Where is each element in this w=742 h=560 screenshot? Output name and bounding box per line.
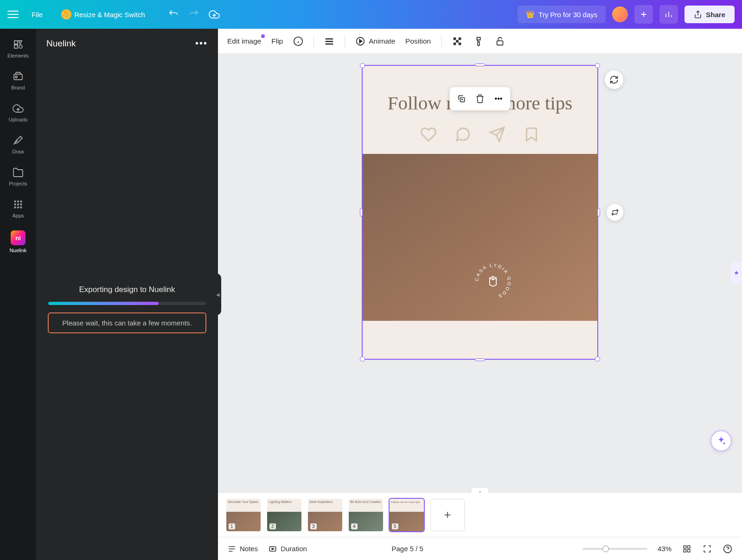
ai-assistant-button[interactable] xyxy=(710,430,732,452)
svg-rect-4 xyxy=(20,201,22,203)
svg-rect-21 xyxy=(497,41,503,45)
duplicate-button[interactable] xyxy=(453,90,470,107)
transparency-button[interactable] xyxy=(452,36,463,47)
nav-uploads[interactable]: Uploads xyxy=(0,96,36,128)
resize-handle[interactable] xyxy=(475,358,485,361)
edit-image-button[interactable]: Edit image xyxy=(227,37,261,45)
bookmark-icon[interactable] xyxy=(523,126,540,143)
nuelink-icon: nl xyxy=(11,230,26,245)
info-button[interactable] xyxy=(293,36,303,46)
svg-rect-16 xyxy=(454,37,456,40)
svg-rect-10 xyxy=(20,207,22,209)
position-button[interactable]: Position xyxy=(405,37,431,45)
expand-panel-tab[interactable] xyxy=(731,262,742,284)
regenerate-button[interactable] xyxy=(605,70,623,89)
svg-rect-13 xyxy=(326,41,333,42)
redo-button[interactable] xyxy=(188,8,200,20)
canvas-viewport[interactable]: ••• Follow me for more tips CASA LYDIA G… xyxy=(218,54,742,492)
duration-button[interactable]: Duration xyxy=(268,544,307,554)
list-style-button[interactable] xyxy=(324,36,334,46)
social-icons-row xyxy=(363,121,597,154)
page-thumbnail-4[interactable]: Be Bold and Creative4 xyxy=(349,499,383,531)
canvas-area: Edit image Flip Animate Position xyxy=(218,29,742,560)
add-page-button[interactable]: + xyxy=(430,499,465,531)
nav-projects[interactable]: Projects xyxy=(0,160,36,192)
resize-handle[interactable] xyxy=(475,64,485,66)
page-indicator[interactable]: Page 5 / 5 xyxy=(391,545,423,553)
circular-brand-logo[interactable]: CASA LYDIA GOODS xyxy=(472,261,514,302)
animate-button[interactable]: Animate xyxy=(355,36,395,46)
svg-rect-28 xyxy=(688,549,690,552)
more-options-button[interactable]: ••• xyxy=(490,90,507,107)
nav-nuelink[interactable]: nlNuelink xyxy=(0,224,36,259)
add-button[interactable] xyxy=(634,5,653,24)
svg-rect-5 xyxy=(14,204,16,205)
zoom-percentage[interactable]: 43% xyxy=(658,545,672,553)
fullscreen-button[interactable] xyxy=(702,544,712,554)
svg-rect-26 xyxy=(688,546,690,548)
svg-rect-3 xyxy=(17,201,19,203)
resize-magic-switch[interactable]: 👑 Resize & Magic Switch xyxy=(56,6,151,23)
grid-view-button[interactable] xyxy=(682,544,692,554)
svg-rect-25 xyxy=(684,546,686,548)
svg-rect-6 xyxy=(17,204,19,205)
top-bar: File 👑 Resize & Magic Switch 👑Try Pro fo… xyxy=(0,0,742,29)
export-wait-message: Please wait, this can take a few moments… xyxy=(48,312,206,333)
resize-handle[interactable] xyxy=(360,63,365,68)
export-progress-bar xyxy=(48,302,206,305)
insights-button[interactable] xyxy=(659,5,678,24)
help-button[interactable] xyxy=(723,544,733,554)
sync-pages-button[interactable] xyxy=(607,204,623,221)
resize-handle[interactable] xyxy=(595,63,600,68)
user-avatar[interactable] xyxy=(612,6,628,22)
nav-draw[interactable]: Draw xyxy=(0,128,36,160)
notification-dot xyxy=(261,34,265,38)
svg-rect-27 xyxy=(684,549,686,552)
nav-rail: Elements Brand Uploads Draw Projects App… xyxy=(0,29,36,560)
file-menu[interactable]: File xyxy=(26,7,48,22)
sidebar-panel: Nuelink ••• Exporting design to Nuelink … xyxy=(36,29,218,560)
sidebar-more-button[interactable]: ••• xyxy=(195,38,208,49)
strip-collapse-button[interactable]: ⌄ xyxy=(471,487,489,494)
resize-handle[interactable] xyxy=(597,208,600,216)
nav-elements[interactable]: Elements xyxy=(0,32,36,64)
crown-icon: 👑 xyxy=(526,10,535,19)
copy-style-button[interactable] xyxy=(473,36,484,47)
page-thumbnail-3[interactable]: Seek Inspiration3 xyxy=(308,499,342,531)
resize-handle[interactable] xyxy=(360,356,365,362)
undo-button[interactable] xyxy=(167,8,179,20)
delete-button[interactable] xyxy=(472,90,488,107)
context-toolbar: Edit image Flip Animate Position xyxy=(218,29,742,54)
svg-rect-7 xyxy=(20,204,22,205)
page-thumbnail-2[interactable]: Lighting Matters2 xyxy=(267,499,301,531)
notes-button[interactable]: Notes xyxy=(227,544,258,554)
main-menu-button[interactable] xyxy=(7,9,19,20)
nav-brand[interactable]: Brand xyxy=(0,64,36,96)
heart-icon[interactable] xyxy=(420,126,437,143)
sidebar-title: Nuelink xyxy=(46,38,76,49)
nav-apps[interactable]: Apps xyxy=(0,192,36,224)
flip-button[interactable]: Flip xyxy=(271,37,283,45)
element-floating-toolbar: ••• xyxy=(450,87,510,110)
svg-rect-14 xyxy=(326,43,333,45)
cloud-sync-icon[interactable] xyxy=(208,8,220,20)
send-icon[interactable] xyxy=(489,126,505,143)
svg-text:CASA LYDIA GOODS: CASA LYDIA GOODS xyxy=(474,262,512,299)
svg-rect-8 xyxy=(14,207,16,209)
page-thumbnail-5[interactable]: Follow me for more tips5 xyxy=(390,499,424,531)
lock-button[interactable] xyxy=(494,36,505,47)
export-status-title: Exporting design to Nuelink xyxy=(79,285,175,294)
svg-rect-2 xyxy=(14,201,16,203)
resize-handle[interactable] xyxy=(595,356,600,362)
svg-rect-9 xyxy=(17,207,19,209)
svg-rect-17 xyxy=(456,40,459,43)
comment-icon[interactable] xyxy=(454,126,471,143)
try-pro-button[interactable]: 👑Try Pro for 30 days xyxy=(518,6,606,23)
zoom-slider[interactable] xyxy=(582,548,647,550)
page-thumbnail-1[interactable]: Decorate Your Space1 xyxy=(226,499,261,531)
crown-icon: 👑 xyxy=(61,9,71,19)
share-button[interactable]: Share xyxy=(684,6,735,23)
svg-rect-12 xyxy=(326,38,333,39)
design-frame[interactable]: ••• Follow me for more tips CASA LYDIA G… xyxy=(362,65,598,360)
design-background-image[interactable]: CASA LYDIA GOODS xyxy=(363,154,597,321)
